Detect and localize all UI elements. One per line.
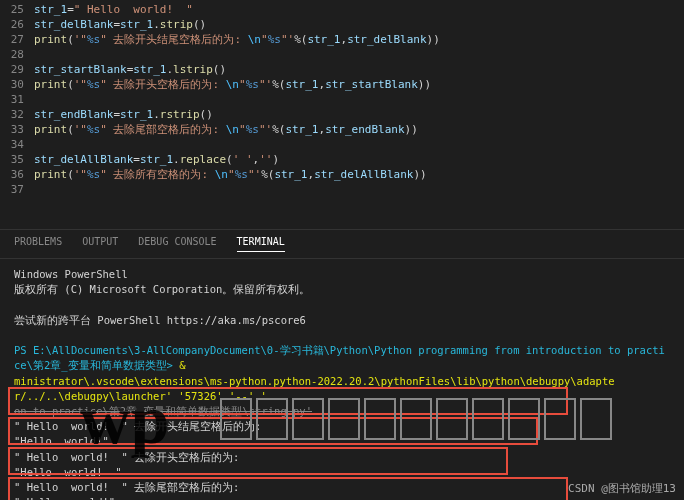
code-content[interactable]: str_startBlank=str_1.lstrip() bbox=[34, 63, 226, 76]
terminal-line: 尝试新的跨平台 PowerShell https://aka.ms/pscore… bbox=[14, 313, 670, 328]
terminal-line: ministrator\.vscode\extensions\ms-python… bbox=[14, 374, 670, 404]
terminal-output: "Hello world! " bbox=[14, 465, 670, 480]
line-number: 26 bbox=[0, 18, 34, 31]
terminal-line bbox=[14, 328, 670, 343]
code-content[interactable]: str_delAllBlank=str_1.replace(' ','') bbox=[34, 153, 279, 166]
code-content[interactable]: str_1=" Hello world! " bbox=[34, 3, 193, 16]
terminal-line: PS E:\AllDocuments\3-AllCompanyDocument\… bbox=[14, 343, 670, 373]
line-number: 32 bbox=[0, 108, 34, 121]
terminal-panel[interactable]: Windows PowerShell 版权所有 (C) Microsoft Co… bbox=[0, 259, 684, 500]
line-number: 30 bbox=[0, 78, 34, 91]
terminal-output: "Hello world!" bbox=[14, 434, 670, 449]
line-number: 29 bbox=[0, 63, 34, 76]
tab-output[interactable]: OUTPUT bbox=[82, 236, 118, 252]
code-content[interactable]: print('"%s" 去除所有空格的为: \n"%s"'%(str_1,str… bbox=[34, 167, 427, 182]
code-content[interactable]: print('"%s" 去除开头空格后的为: \n"%s"'%(str_1,st… bbox=[34, 77, 431, 92]
line-number: 27 bbox=[0, 33, 34, 46]
terminal-line: on to practice\第2章_变量和简单数据类型\string.py' bbox=[14, 404, 670, 419]
line-number: 25 bbox=[0, 3, 34, 16]
line-number: 36 bbox=[0, 168, 34, 181]
code-content[interactable]: print('"%s" 去除尾部空格后的为: \n"%s"'%(str_1,st… bbox=[34, 122, 418, 137]
code-content[interactable]: print('"%s" 去除开头结尾空格后的为: \n"%s"'%(str_1,… bbox=[34, 32, 440, 47]
tab-debug-console[interactable]: DEBUG CONSOLE bbox=[138, 236, 216, 252]
tab-problems[interactable]: PROBLEMS bbox=[14, 236, 62, 252]
panel-tabs: PROBLEMS OUTPUT DEBUG CONSOLE TERMINAL bbox=[0, 230, 684, 259]
terminal-output: " Hello world! " 去除开头结尾空格后的为: bbox=[14, 419, 670, 434]
line-number: 31 bbox=[0, 93, 34, 106]
code-content[interactable]: str_delBlank=str_1.strip() bbox=[34, 18, 206, 31]
line-number: 34 bbox=[0, 138, 34, 151]
terminal-line: Windows PowerShell bbox=[14, 267, 670, 282]
terminal-line: 版权所有 (C) Microsoft Corporation。保留所有权利。 bbox=[14, 282, 670, 297]
code-editor[interactable]: 25str_1=" Hello world! "26str_delBlank=s… bbox=[0, 0, 684, 199]
line-number: 35 bbox=[0, 153, 34, 166]
line-number: 33 bbox=[0, 123, 34, 136]
terminal-line bbox=[14, 297, 670, 312]
line-number: 37 bbox=[0, 183, 34, 196]
watermark-attribution: CSDN @图书馆助理13 bbox=[568, 481, 676, 496]
terminal-output: " Hello world! " 去除开头空格后的为: bbox=[14, 450, 670, 465]
code-content[interactable]: str_endBlank=str_1.rstrip() bbox=[34, 108, 213, 121]
tab-terminal[interactable]: TERMINAL bbox=[237, 236, 285, 252]
line-number: 28 bbox=[0, 48, 34, 61]
